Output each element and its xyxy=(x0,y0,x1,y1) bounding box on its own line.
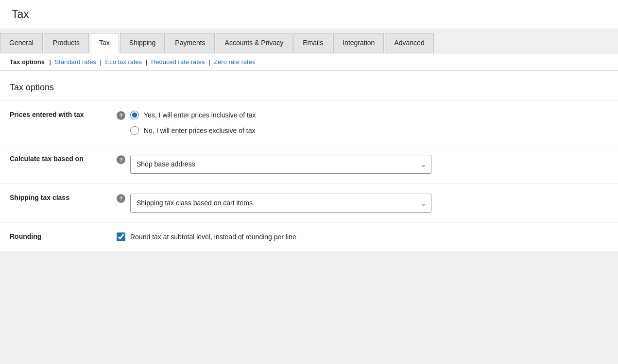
page-header: Tax xyxy=(0,0,618,29)
calculate-tax-select-wrapper: Shop base address Customer billing addre… xyxy=(130,155,431,174)
shipping-tax-help-icon[interactable]: ? xyxy=(117,194,125,203)
radio-exclusive-input[interactable] xyxy=(130,126,139,135)
tab-integration[interactable]: Integration xyxy=(333,33,384,53)
calculate-tax-select[interactable]: Shop base address Customer billing addre… xyxy=(130,155,431,174)
calculate-tax-label: Calculate tax based on xyxy=(10,155,84,163)
tabs-bar: GeneralProductsTaxShippingPaymentsAccoun… xyxy=(0,29,618,53)
radio-exclusive-label[interactable]: No, I will enter prices exclusive of tax xyxy=(144,127,256,134)
prices-field-cell: ? Yes, I will enter prices inclusive of … xyxy=(117,111,608,135)
content-area: Tax options | Standard rates | Eco tax r… xyxy=(0,53,618,251)
rounding-checkbox[interactable] xyxy=(117,232,125,241)
rounding-checkbox-label[interactable]: Round tax at subtotal level, instead of … xyxy=(130,233,296,241)
radio-inclusive-label[interactable]: Yes, I will enter prices inclusive of ta… xyxy=(144,111,256,119)
field-label-prices: Prices entered with tax xyxy=(10,111,102,118)
subtabs-label: Tax options xyxy=(10,58,45,66)
tab-emails[interactable]: Emails xyxy=(293,33,332,53)
prices-help-icon[interactable]: ? xyxy=(117,111,125,120)
shipping-tax-select-wrapper: Shipping tax class based on cart items S… xyxy=(130,194,431,213)
prices-label: Prices entered with tax xyxy=(10,111,84,118)
page-title: Tax xyxy=(12,8,606,21)
subtab-zero-rate-rates[interactable]: Zero rate rates xyxy=(214,58,255,66)
row-shipping-tax-class: Shipping tax class ? Shipping tax class … xyxy=(0,183,618,222)
rounding-checkbox-option[interactable]: Round tax at subtotal level, instead of … xyxy=(117,232,608,241)
row-rounding: Rounding Round tax at subtotal level, in… xyxy=(0,222,618,251)
subtabs-bar: Tax options | Standard rates | Eco tax r… xyxy=(0,53,618,71)
calculate-tax-field-cell: ? Shop base address Customer billing add… xyxy=(117,155,608,174)
tab-payments[interactable]: Payments xyxy=(166,33,214,53)
row-prices-entered-with-tax: Prices entered with tax ? Yes, I will en… xyxy=(0,100,618,145)
radio-no-exclusive[interactable]: No, I will enter prices exclusive of tax xyxy=(130,126,256,135)
tab-products[interactable]: Products xyxy=(44,33,89,53)
subtab-eco-tax-rates[interactable]: Eco tax rates xyxy=(105,58,142,66)
shipping-tax-select[interactable]: Shipping tax class based on cart items S… xyxy=(130,194,431,213)
calculate-tax-help-icon[interactable]: ? xyxy=(117,155,125,164)
tab-accounts-privacy[interactable]: Accounts & Privacy xyxy=(216,33,293,53)
shipping-tax-field-cell: ? Shipping tax class based on cart items… xyxy=(117,194,608,213)
section-title: Tax options xyxy=(0,71,618,100)
radio-inclusive-input[interactable] xyxy=(130,111,139,119)
tab-general[interactable]: General xyxy=(0,33,43,53)
subtab-reduced-rate-rates[interactable]: Reduced rate rates xyxy=(151,58,205,66)
tab-shipping[interactable]: Shipping xyxy=(120,33,165,53)
shipping-tax-label: Shipping tax class xyxy=(10,194,69,201)
subtab-standard-rates[interactable]: Standard rates xyxy=(55,58,96,66)
rounding-label: Rounding xyxy=(10,232,41,240)
tab-tax[interactable]: Tax xyxy=(90,33,119,53)
settings-table: Prices entered with tax ? Yes, I will en… xyxy=(0,100,618,251)
prices-radio-group: Yes, I will enter prices inclusive of ta… xyxy=(130,111,256,135)
radio-yes-inclusive[interactable]: Yes, I will enter prices inclusive of ta… xyxy=(130,111,256,119)
tab-advanced[interactable]: Advanced xyxy=(385,33,433,53)
row-calculate-tax-based-on: Calculate tax based on ? Shop base addre… xyxy=(0,145,618,183)
